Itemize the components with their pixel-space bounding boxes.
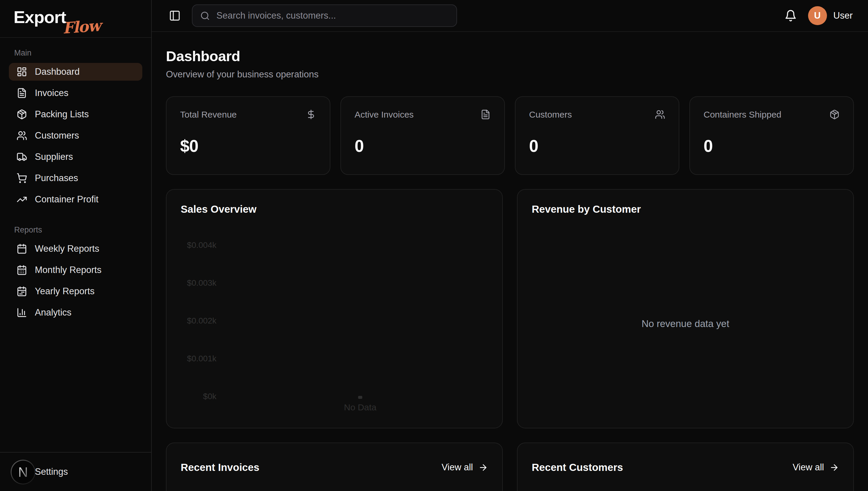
recent-card-title: Recent Customers (532, 461, 623, 473)
recent-card-header: Recent CustomersView all (532, 461, 839, 473)
stat-card-containers-shipped: Containers Shipped0 (689, 96, 854, 175)
settings-label: Settings (35, 466, 68, 477)
sidebar-item-label: Purchases (35, 173, 78, 183)
y-axis-tick: $0.002k (174, 316, 216, 325)
stat-value: 0 (529, 136, 665, 156)
sidebar-item-label: Dashboard (35, 66, 80, 77)
y-axis-tick: $0.004k (174, 240, 216, 250)
arrow-right-icon (829, 463, 839, 472)
sidebar-footer: Settings N (0, 452, 151, 491)
sidebar-nav: MainDashboardInvoicesPacking ListsCustom… (0, 38, 151, 452)
sidebar-item-weekly-reports[interactable]: Weekly Reports (9, 240, 142, 258)
stat-value: 0 (354, 136, 491, 156)
shopping-cart-icon (17, 173, 27, 183)
sidebar-item-dashboard[interactable]: Dashboard (9, 63, 142, 81)
sidebar-item-packing-lists[interactable]: Packing Lists (9, 106, 142, 123)
sales-chart-empty-state: No Data (218, 396, 502, 412)
sidebar-item-label: Packing Lists (35, 109, 89, 120)
sidebar-section-main: MainDashboardInvoicesPacking ListsCustom… (9, 49, 142, 208)
revenue-by-customer-card: Revenue by Customer No revenue data yet (517, 189, 854, 428)
avatar: U (808, 6, 827, 25)
panel-left-icon[interactable] (169, 10, 181, 22)
page-title: Dashboard (166, 48, 854, 64)
logo-text-flow: Flow (62, 17, 101, 37)
sidebar-item-purchases[interactable]: Purchases (9, 169, 142, 187)
y-axis-tick: $0.001k (174, 354, 216, 364)
sidebar-item-invoices[interactable]: Invoices (9, 84, 142, 102)
file-text-icon (17, 88, 27, 98)
sidebar-item-label: Analytics (35, 307, 71, 318)
sidebar-item-suppliers[interactable]: Suppliers (9, 148, 142, 166)
user-name: User (833, 10, 852, 21)
topbar: U User (152, 0, 868, 32)
sidebar-item-label: Container Profit (35, 194, 98, 205)
recent-card-header: Recent InvoicesView all (181, 461, 488, 473)
users-icon (17, 130, 27, 141)
stat-label: Total Revenue (180, 110, 237, 120)
section-label: Reports (9, 225, 142, 235)
recent-grid: Recent InvoicesView allRecent CustomersV… (166, 442, 854, 491)
stat-card-active-invoices: Active Invoices0 (340, 96, 505, 175)
package-icon (829, 109, 840, 120)
dollar-sign-icon (306, 109, 316, 120)
empty-state-icon (358, 396, 362, 399)
view-all-label: View all (793, 462, 824, 473)
search-input[interactable] (216, 10, 449, 21)
nextjs-n-logo: N (18, 464, 28, 480)
user-menu[interactable]: U User (808, 6, 852, 25)
calendar-range-icon (17, 286, 27, 297)
stat-value: $0 (180, 136, 316, 156)
view-all-link[interactable]: View all (793, 462, 839, 473)
stat-label: Containers Shipped (704, 110, 781, 120)
recent-customers-card: Recent CustomersView all (517, 442, 854, 491)
recent-invoices-card: Recent InvoicesView all (166, 442, 503, 491)
sidebar-item-yearly-reports[interactable]: Yearly Reports (9, 283, 142, 300)
sidebar-item-label: Monthly Reports (35, 265, 101, 275)
stat-card-header: Containers Shipped (704, 109, 840, 120)
trending-up-icon (17, 194, 27, 205)
sidebar: Export Flow MainDashboardInvoicesPacking… (0, 0, 152, 491)
logo-text-export: Export (13, 8, 66, 27)
charts-grid: Sales Overview $0.004k$0.003k$0.002k$0.0… (166, 189, 854, 428)
stat-label: Customers (529, 110, 572, 120)
app-logo[interactable]: Export Flow (0, 0, 151, 38)
bell-icon[interactable] (784, 9, 797, 22)
sidebar-section-reports: ReportsWeekly ReportsMonthly ReportsYear… (9, 225, 142, 321)
sidebar-item-label: Invoices (35, 88, 68, 98)
search-box (192, 4, 457, 27)
no-data-label: No Data (344, 402, 376, 412)
truck-icon (17, 151, 27, 162)
revenue-by-customer-title: Revenue by Customer (532, 203, 839, 215)
page-content: Dashboard Overview of your business oper… (152, 32, 868, 491)
view-all-link[interactable]: View all (442, 462, 488, 473)
view-all-label: View all (442, 462, 473, 473)
stat-value: 0 (704, 136, 840, 156)
sidebar-item-customers[interactable]: Customers (9, 127, 142, 144)
sidebar-item-label: Customers (35, 130, 79, 141)
nextjs-dev-badge-circle: N (11, 461, 35, 484)
layout-dashboard-icon (17, 66, 27, 77)
stat-label: Active Invoices (354, 110, 414, 120)
stat-card-header: Active Invoices (354, 109, 491, 120)
stat-card-customers: Customers0 (515, 96, 679, 175)
y-axis-tick: $0.003k (174, 278, 216, 288)
users-icon (655, 109, 665, 120)
page-subtitle: Overview of your business operations (166, 69, 854, 80)
sales-overview-card: Sales Overview $0.004k$0.003k$0.002k$0.0… (166, 189, 503, 428)
calendar-days-icon (17, 265, 27, 275)
sidebar-item-label: Yearly Reports (35, 286, 94, 297)
sidebar-item-label: Weekly Reports (35, 243, 99, 254)
revenue-empty-label: No revenue data yet (518, 318, 853, 329)
search-icon (200, 11, 210, 21)
stat-card-header: Customers (529, 109, 665, 120)
sidebar-item-container-profit[interactable]: Container Profit (9, 191, 142, 208)
section-label: Main (9, 49, 142, 58)
sidebar-item-label: Suppliers (35, 151, 73, 162)
calendar-icon (17, 243, 27, 254)
nextjs-dev-badge[interactable]: N (11, 460, 35, 485)
file-text-icon (480, 109, 491, 120)
sidebar-item-analytics[interactable]: Analytics (9, 304, 142, 321)
main-area: U User Dashboard Overview of your busine… (152, 0, 868, 491)
sidebar-item-monthly-reports[interactable]: Monthly Reports (9, 261, 142, 279)
bar-chart-icon (17, 307, 27, 318)
